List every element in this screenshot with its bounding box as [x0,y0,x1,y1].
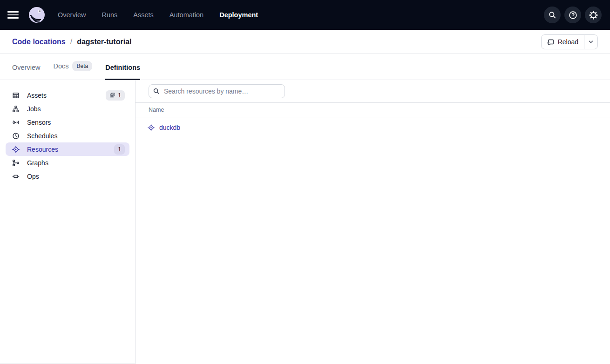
sidebar-item-label: Jobs [27,105,41,113]
sidebar-item-graphs[interactable]: Graphs [6,156,129,169]
column-header-name: Name [149,107,164,113]
reload-button-label: Reload [558,38,578,46]
top-app-bar: Overview Runs Assets Automation Deployme… [0,0,610,30]
nav-automation[interactable]: Automation [169,11,203,19]
stacked-tables-icon [109,92,115,98]
op-icon [12,173,20,180]
tab-overview[interactable]: Overview [12,64,40,80]
schedule-clock-icon [12,132,20,140]
resources-panel: Name duckdb [136,80,610,364]
resources-count: 1 [118,146,121,153]
topbar-actions [544,7,602,23]
table-header-row: Name [136,102,610,117]
sidebar-item-schedules[interactable]: Schedules [6,129,129,142]
reload-code-location-icon [547,38,555,46]
assets-count: 1 [118,92,121,99]
nav-assets[interactable]: Assets [133,11,154,19]
job-workflow-icon [12,105,20,113]
breadcrumb-current: dagster-tutorial [77,38,131,46]
search-area [136,80,610,102]
definitions-sidebar: Assets 1 [0,80,136,364]
reload-button[interactable]: Reload [542,35,584,49]
resource-icon [12,146,20,153]
assets-count-badge: 1 [106,90,125,101]
help-icon[interactable] [564,7,581,23]
reload-options-chevron-down-icon[interactable] [584,35,597,49]
primary-nav: Overview Runs Assets Automation Deployme… [58,11,258,19]
sidebar-item-jobs[interactable]: Jobs [6,102,129,115]
resource-link-duckdb[interactable]: duckdb [159,124,180,131]
sidebar-item-sensors[interactable]: Sensors [6,115,129,129]
sidebar-item-label: Graphs [27,159,48,167]
tab-definitions[interactable]: Definitions [105,64,140,80]
dagster-logo-icon[interactable] [28,6,46,24]
search-icon[interactable] [544,7,561,23]
reload-split-button: Reload [541,34,598,49]
sensor-icon [12,119,20,126]
sidebar-item-ops[interactable]: Ops [6,169,129,183]
tab-docs-label: Docs [53,62,68,70]
sidebar-item-label: Sensors [27,119,51,126]
tab-docs[interactable]: Docs Beta [53,61,92,80]
resources-count-badge: 1 [114,144,125,155]
sidebar-item-label: Assets [27,92,47,99]
sidebar-item-resources[interactable]: Resources 1 [6,142,129,156]
nav-runs[interactable]: Runs [102,11,117,19]
asset-table-icon [12,92,20,99]
breadcrumb-bar: Code locations / dagster-tutorial Reload [0,30,610,54]
nav-overview[interactable]: Overview [58,11,86,19]
sidebar-item-label: Resources [27,146,58,153]
hamburger-menu-icon[interactable] [7,7,22,22]
beta-badge: Beta [72,61,92,71]
sidebar-item-label: Ops [27,173,39,180]
tab-overview-label: Overview [12,64,40,71]
sidebar-item-assets[interactable]: Assets 1 [6,88,129,102]
search-resources-input[interactable] [149,84,285,98]
tab-definitions-label: Definitions [105,64,140,71]
graph-icon [12,159,20,167]
sidebar-item-label: Schedules [27,132,57,140]
breadcrumb-code-locations-link[interactable]: Code locations [12,38,66,46]
settings-gear-icon[interactable] [585,7,602,23]
code-location-tabs: Overview Docs Beta Definitions [0,54,610,80]
table-row: duckdb [136,117,610,138]
search-icon [153,88,160,94]
breadcrumb-separator: / [70,38,72,46]
nav-deployment[interactable]: Deployment [219,11,258,19]
resource-icon [148,124,155,131]
resources-table: Name duckdb [136,102,610,138]
content-area: Assets 1 [0,80,610,364]
